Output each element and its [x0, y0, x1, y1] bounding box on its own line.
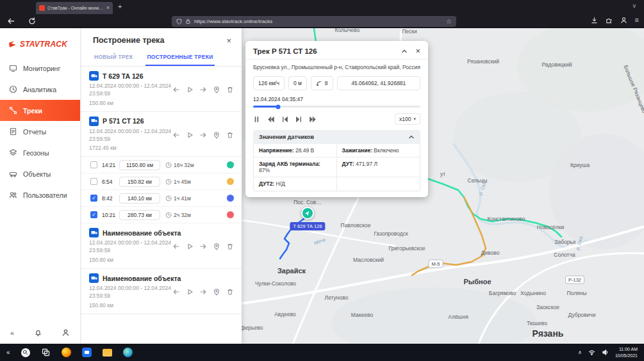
edge-icon[interactable]	[123, 348, 133, 357]
track-segment-row: 6:54 150.82 км 1ч 45м	[80, 173, 242, 190]
focus-on-map-button[interactable]	[213, 243, 220, 250]
fast-forward-button[interactable]	[310, 116, 317, 123]
skip-to-start-button[interactable]	[172, 131, 180, 139]
tab-close-icon[interactable]: ×	[106, 5, 110, 11]
skip-to-end-button[interactable]	[199, 288, 207, 296]
focus-on-map-button[interactable]	[213, 86, 220, 93]
sidebar-item-users[interactable]: Пользователи	[0, 184, 80, 205]
collapse-sensors-chevron-icon[interactable]	[408, 134, 415, 140]
track-card[interactable]: Р 571 СТ 126 12.04.2024 00:00:00 - 12.04…	[80, 112, 242, 157]
skip-to-end-button[interactable]	[199, 243, 207, 250]
sidebar: STAVTRACK Мониторинг Аналитика Треки Отч…	[0, 28, 80, 344]
notifications-bell-icon[interactable]	[34, 328, 42, 337]
focus-on-map-button[interactable]	[213, 131, 220, 139]
file-explorer-icon[interactable]	[103, 349, 112, 357]
track-panel-title: Трек Р 571 СТ 126	[253, 47, 393, 55]
delete-track-button[interactable]	[226, 86, 234, 93]
account-icon[interactable]	[620, 17, 627, 24]
track-name: Т 629 ТА 126	[103, 72, 144, 80]
sidebar-item-geozones[interactable]: Геозоны	[0, 142, 80, 163]
sidebar-item-reports[interactable]: Отчеты	[0, 121, 80, 142]
browser-tab[interactable]: СтавТрак - Онлайн мониторинг ×	[36, 2, 113, 14]
segment-checkbox[interactable]	[90, 161, 97, 168]
vehicle-position-marker[interactable]	[301, 207, 314, 220]
menu-hamburger-icon[interactable]: ≡	[635, 17, 639, 24]
back-button[interactable]	[7, 17, 15, 25]
map-place-label: Пески	[402, 28, 417, 35]
delete-track-button[interactable]	[226, 243, 234, 250]
focus-on-map-button[interactable]	[213, 288, 220, 296]
tray-chevron-icon[interactable]: ∧	[578, 349, 582, 355]
skip-to-start-button[interactable]	[172, 288, 180, 296]
sidebar-item-monitoring[interactable]: Мониторинг	[0, 58, 80, 79]
shield-icon[interactable]	[176, 19, 182, 24]
browser-tabstrip: СтавТрак - Онлайн мониторинг × + ∨	[0, 0, 644, 14]
tab-built-tracks[interactable]: ПОСТРОЕННЫЕ ТРЕКИ	[145, 50, 214, 66]
system-tray: ∧ 11:00 AM 10/05/2021	[578, 346, 638, 359]
sidebar-footer: «	[0, 328, 80, 337]
wifi-icon[interactable]	[588, 349, 595, 356]
playback-rate-select[interactable]: x100▾	[395, 113, 420, 125]
coordinates-value: 45.064062, 41.926881	[337, 76, 420, 90]
task-view-icon[interactable]	[41, 348, 51, 357]
track-period: 12.04.2024 00:00:00 - 12.04.2024 23:59:5…	[89, 128, 171, 153]
track-card[interactable]: Т 629 ТА 126 12.04.2024 00:00:00 - 12.04…	[80, 67, 242, 112]
sidebar-item-tracks[interactable]: Треки	[0, 100, 80, 121]
extensions-icon[interactable]	[606, 17, 613, 24]
play-track-button[interactable]	[186, 86, 194, 93]
sensors-section-header[interactable]: Значения датчиков	[253, 130, 420, 144]
segment-checkbox[interactable]	[90, 178, 97, 185]
delete-track-button[interactable]	[226, 131, 234, 139]
volume-icon[interactable]	[602, 349, 609, 356]
map-place-label: Газопроводск	[374, 230, 408, 237]
tab-new-track[interactable]: НОВЫЙ ТРЕК	[93, 50, 134, 66]
url-bar[interactable]: https://www.stavtrack.online/tracks ☆	[172, 16, 456, 27]
map-canvas[interactable]: КолычевоПескиРязановскийРадовицкийБольшо…	[242, 28, 644, 344]
collapse-sidebar-icon[interactable]: «	[10, 329, 14, 337]
sidebar-item-analytics[interactable]: Аналитика	[0, 79, 80, 100]
track-card[interactable]: Наименование объекта 12.04.2024 00:00:00…	[80, 269, 242, 314]
skip-to-end-button[interactable]	[199, 86, 207, 93]
skip-to-start-button[interactable]	[172, 243, 180, 250]
map-place-label: Ходынино	[520, 290, 546, 296]
track-segment-row: 14:21 1150.80 км 16ч 32м	[80, 157, 242, 173]
tab-list-chevron-icon[interactable]: ∨	[632, 3, 636, 9]
play-track-button[interactable]	[186, 288, 194, 296]
panel-tabs: НОВЫЙ ТРЕК ПОСТРОЕННЫЕ ТРЕКИ	[80, 50, 242, 67]
step-backward-button[interactable]	[281, 116, 288, 123]
slider-knob[interactable]	[276, 104, 281, 109]
close-track-panel-icon[interactable]: ×	[415, 47, 420, 55]
taskbar-clock[interactable]: 11:00 AM 10/05/2021	[615, 346, 638, 359]
map-place-label: Новосёлки	[537, 224, 564, 230]
close-panel-icon[interactable]: ×	[226, 36, 231, 45]
segment-checkbox[interactable]: ✓	[90, 211, 97, 218]
search-icon[interactable]	[21, 348, 30, 357]
segment-start-time: 14:21	[102, 162, 119, 168]
url-text: https://www.stavtrack.online/tracks	[194, 19, 443, 24]
map-place-label: Тюшево	[527, 320, 547, 326]
map-place-label: Масловский	[353, 257, 384, 263]
play-track-button[interactable]	[186, 131, 194, 139]
playback-slider[interactable]	[253, 106, 420, 108]
firefox-icon[interactable]	[62, 348, 71, 357]
segment-checkbox[interactable]: ✓	[90, 195, 97, 202]
step-forward-button[interactable]	[295, 116, 302, 123]
new-tab-button[interactable]: +	[118, 3, 122, 10]
play-track-button[interactable]	[186, 243, 194, 250]
collapse-panel-chevron-icon[interactable]	[401, 48, 408, 54]
profile-icon[interactable]	[62, 328, 70, 337]
delete-track-button[interactable]	[226, 288, 234, 296]
chat-app-icon[interactable]	[82, 348, 92, 357]
taskbar-overflow-chevron-icon[interactable]: «	[6, 349, 10, 356]
download-icon[interactable]	[591, 17, 598, 24]
reload-button[interactable]	[28, 17, 36, 25]
map-place-label: ут	[440, 171, 445, 177]
fast-backward-button[interactable]	[267, 116, 274, 123]
pause-button[interactable]	[253, 116, 260, 123]
skip-to-end-button[interactable]	[199, 131, 207, 139]
track-card[interactable]: Наименование объекта 12.04.2024 00:00:00…	[80, 223, 242, 269]
skip-to-start-button[interactable]	[172, 86, 180, 93]
bookmark-star-icon[interactable]: ☆	[446, 18, 452, 25]
sidebar-item-objects[interactable]: Объекты	[0, 163, 80, 184]
playback-datetime: 12.04.2024 04:35:47	[245, 90, 428, 102]
